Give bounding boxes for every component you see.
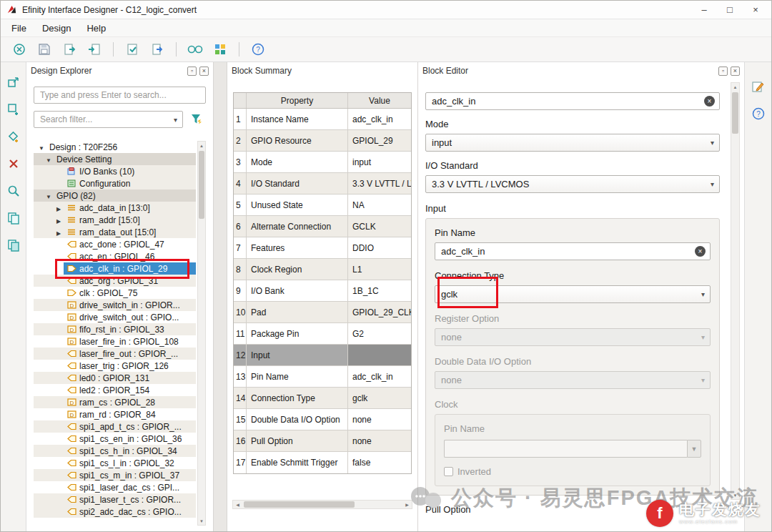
summary-row[interactable]: 11 Package Pin G2: [234, 323, 411, 345]
tree-item[interactable]: D drive_switch_in : GPIOR...: [34, 299, 196, 311]
tree-item[interactable]: D laser_fire_out : GPIOR_...: [34, 348, 196, 360]
check-design-icon[interactable]: [122, 40, 142, 59]
summary-row[interactable]: 12 Input: [234, 345, 411, 366]
tree-item[interactable]: D ram_rd : GPIOR_84: [34, 408, 196, 420]
summary-row[interactable]: 16 Pull Option none: [234, 430, 411, 452]
tree-item[interactable]: D fifo_rst_in : GPIOL_33: [34, 323, 196, 335]
tree-item[interactable]: D led2 : GPIOR_154: [34, 384, 196, 396]
tree-item[interactable]: D Configuration: [34, 177, 196, 189]
help-icon[interactable]: ?: [750, 105, 767, 122]
tree-expand-arrow[interactable]: [54, 215, 64, 225]
scroll-right-icon[interactable]: ▶: [402, 501, 412, 508]
tree-item[interactable]: D spi1_cs_m_in : GPIOL_37: [34, 469, 196, 481]
add-pin-icon[interactable]: [5, 128, 22, 145]
tree-item[interactable]: D ram_cs : GPIOL_28: [34, 396, 196, 408]
tree-item[interactable]: D I/O Banks (10): [34, 165, 196, 177]
tree-item[interactable]: D spi1_apd_t_cs : GPIOR_...: [34, 420, 196, 433]
editor-scrollbar[interactable]: ▲ ▼: [731, 82, 740, 500]
search-filter-select[interactable]: Search filter...: [34, 111, 183, 128]
instance-name-field[interactable]: adc_clk_in ×: [425, 92, 720, 110]
tree-item[interactable]: D adc_clk_in : GPIOL_29: [34, 262, 196, 275]
summary-row[interactable]: 5 Unused State NA: [234, 194, 411, 216]
menu-item[interactable]: Help: [79, 21, 114, 36]
export-design-icon[interactable]: [84, 40, 104, 59]
tree-item[interactable]: D spi1_cs_h_in : GPIOL_34: [34, 445, 196, 457]
minimize-button[interactable]: –: [691, 1, 717, 19]
scroll-up-icon[interactable]: ▲: [198, 142, 205, 149]
menu-item[interactable]: Design: [34, 21, 79, 36]
tree-scrollbar[interactable]: ▲ ▼: [197, 141, 206, 526]
filter-funnel-icon[interactable]: [187, 111, 206, 128]
summary-row[interactable]: 8 Clock Region L1: [234, 259, 411, 280]
tree-item[interactable]: D spi1_cs_en_in : GPIOL_36: [34, 433, 196, 445]
value-column-header[interactable]: Value: [348, 93, 411, 108]
tree-item[interactable]: D ram_data_out [15:0]: [34, 226, 196, 238]
summary-row[interactable]: 17 Enable Schmitt Trigger false: [234, 452, 411, 473]
summary-row[interactable]: 15 Double Data I/O Option none: [234, 409, 411, 430]
summary-row[interactable]: 13 Pin Name adc_clk_in: [234, 366, 411, 388]
tree-item[interactable]: D adc_org : GPIOL_31: [34, 275, 196, 287]
io-standard-select[interactable]: 3.3 V LVTTL / LVCMOS: [425, 175, 720, 193]
search-input[interactable]: [34, 87, 206, 104]
float-panel-icon[interactable]: ▫: [187, 66, 197, 76]
export-bitstream-icon[interactable]: [147, 40, 167, 59]
add-block-icon[interactable]: [5, 101, 22, 118]
tree-item[interactable]: D Device Setting: [34, 153, 196, 165]
clear-icon[interactable]: ×: [695, 246, 706, 257]
tree-scrollbar-thumb[interactable]: [199, 151, 204, 219]
summary-row[interactable]: 2 GPIO Resource GPIOL_29: [234, 130, 411, 152]
clear-icon[interactable]: ×: [704, 96, 715, 107]
summary-row[interactable]: 1 Instance Name adc_clk_in: [234, 109, 411, 130]
tree-expand-arrow[interactable]: [44, 191, 54, 201]
tree-item[interactable]: D spi2_adc_dac_cs : GPIO...: [34, 506, 196, 518]
summary-row[interactable]: 14 Connection Type gclk: [234, 388, 411, 409]
close-button[interactable]: ×: [743, 1, 768, 19]
help-icon[interactable]: ?: [248, 40, 268, 59]
tree-item[interactable]: D drive_switch_out : GPIO...: [34, 311, 196, 323]
summary-row[interactable]: 3 Mode input: [234, 152, 411, 173]
summary-row[interactable]: 7 Features DDIO: [234, 237, 411, 259]
show-connections-icon[interactable]: [185, 40, 205, 59]
scroll-down-icon[interactable]: ▼: [731, 491, 739, 499]
maximize-button[interactable]: □: [717, 1, 743, 19]
tree-item[interactable]: D laser_fire_in : GPIOL_108: [34, 335, 196, 348]
tree-item[interactable]: D spi1_laser_t_cs : GPIOR...: [34, 493, 196, 506]
scroll-left-icon[interactable]: ◀: [233, 501, 242, 508]
copy-block-icon[interactable]: [5, 210, 22, 227]
duplicate-block-icon[interactable]: [5, 237, 22, 254]
delete-block-icon[interactable]: [5, 155, 22, 172]
tree-item[interactable]: D spi1_laser_dac_cs : GPI...: [34, 481, 196, 493]
tree-item[interactable]: D acc_en : GPIOL_46: [34, 250, 196, 262]
import-design-icon[interactable]: [59, 40, 79, 59]
summary-row[interactable]: 6 Alternate Connection GCLK: [234, 216, 411, 237]
pin-name-field[interactable]: adc_clk_in ×: [435, 242, 711, 260]
tree-item[interactable]: D ram_addr [15:0]: [34, 214, 196, 226]
tree-item[interactable]: D Design : T20F256: [34, 141, 196, 153]
tree-expand-arrow[interactable]: [54, 203, 64, 213]
mode-select[interactable]: input: [425, 134, 720, 152]
property-column-header[interactable]: Property: [247, 93, 348, 108]
menu-item[interactable]: File: [4, 21, 34, 36]
close-panel-icon[interactable]: ×: [199, 66, 209, 76]
zoom-icon[interactable]: [5, 182, 22, 200]
move-block-icon[interactable]: [5, 74, 22, 91]
open-floorplan-icon[interactable]: [210, 40, 230, 59]
tree-item[interactable]: D adc_data_in [13:0]: [34, 202, 196, 214]
summary-scrollbar-thumb[interactable]: [244, 501, 355, 508]
connection-type-select[interactable]: gclk: [435, 285, 711, 303]
tree-expand-arrow[interactable]: [36, 142, 46, 152]
summary-row[interactable]: 9 I/O Bank 1B_1C: [234, 280, 411, 302]
summary-horizontal-scrollbar[interactable]: ◀ ▶: [232, 500, 412, 509]
disconnect-icon[interactable]: [9, 40, 29, 59]
edit-colors-icon[interactable]: [750, 78, 767, 95]
summary-row[interactable]: 4 I/O Standard 3.3 V LVTTL / LVCMOS: [234, 173, 411, 194]
float-panel-icon[interactable]: ▫: [718, 66, 728, 76]
editor-scrollbar-thumb[interactable]: [732, 92, 738, 134]
tree-item[interactable]: D GPIO (82): [34, 189, 196, 202]
scroll-up-icon[interactable]: ▲: [731, 83, 739, 91]
tree-item[interactable]: D clk : GPIOL_75: [34, 287, 196, 299]
tree-item[interactable]: D led0 : GPIOR_131: [34, 372, 196, 384]
tree-item[interactable]: D laser_trig : GPIOR_126: [34, 360, 196, 372]
tree-item[interactable]: D acc_done : GPIOL_47: [34, 238, 196, 250]
summary-row[interactable]: 10 Pad GPIOL_29_CLK5: [234, 302, 411, 323]
